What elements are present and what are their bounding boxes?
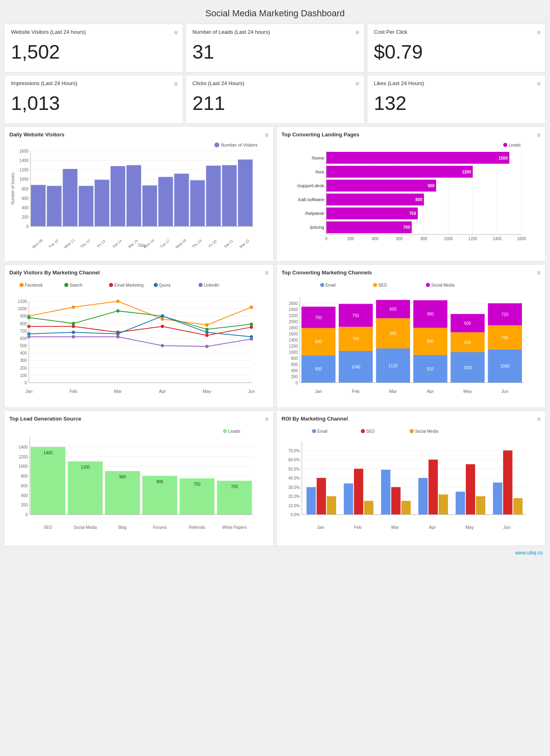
svg-text:500: 500 — [20, 344, 27, 348]
svg-text:Tue 10: Tue 10 — [48, 239, 59, 249]
svg-point-282 — [361, 429, 365, 433]
svg-text:1800: 1800 — [289, 326, 298, 330]
svg-rect-35 — [142, 185, 157, 226]
svg-text:Email: Email — [325, 283, 336, 287]
svg-text:600: 600 — [20, 336, 27, 341]
svg-rect-78 — [326, 180, 436, 191]
svg-point-148 — [205, 334, 209, 337]
menu-icon-ls[interactable]: ≡ — [265, 416, 268, 423]
svg-text:Thu 12: Thu 12 — [80, 239, 91, 249]
svg-text:1000: 1000 — [289, 350, 298, 355]
kpi-value-5: 132 — [374, 88, 539, 118]
menu-icon-4[interactable]: ≡ — [356, 80, 359, 88]
svg-rect-314 — [418, 478, 428, 515]
svg-text:May: May — [203, 389, 211, 394]
menu-icon-1[interactable]: ≡ — [356, 29, 359, 36]
svg-text:/tour: /tour — [315, 169, 324, 174]
svg-text:790: 790 — [352, 337, 359, 341]
menu-icon-0[interactable]: ≡ — [174, 29, 178, 36]
kpi-card-4: ≡ Clicks (Last 24 Hours) 211 — [186, 75, 364, 124]
svg-text:Social Media: Social Media — [415, 429, 439, 434]
svg-point-152 — [116, 332, 120, 335]
svg-text:890: 890 — [315, 340, 322, 344]
svg-text:800: 800 — [291, 356, 298, 361]
svg-text:1200: 1200 — [468, 237, 478, 241]
svg-text:Jun: Jun — [501, 389, 509, 394]
svg-point-160 — [205, 345, 209, 348]
svg-rect-304 — [327, 496, 336, 515]
svg-text:1400: 1400 — [289, 338, 298, 342]
svg-text:Leads: Leads — [228, 429, 240, 434]
svg-text:Email Marketing: Email Marketing — [114, 283, 144, 287]
kpi-value-4: 211 — [192, 88, 358, 118]
menu-icon-2[interactable]: ≡ — [537, 29, 541, 36]
menu-icon-dv[interactable]: ≡ — [265, 131, 268, 139]
svg-point-92 — [20, 283, 24, 287]
svg-rect-47 — [238, 160, 253, 226]
menu-icon-mc[interactable]: ≡ — [537, 270, 541, 277]
svg-rect-315 — [428, 460, 438, 515]
svg-text:1090: 1090 — [500, 364, 510, 368]
svg-text:20.0%: 20.0% — [288, 494, 300, 499]
menu-icon-3[interactable]: ≡ — [174, 80, 178, 88]
svg-text:Apr: Apr — [159, 389, 166, 394]
marketing-channels-chart: ≡ Top Converting Marketing Channels Emai… — [276, 264, 546, 408]
svg-rect-37 — [158, 177, 173, 226]
svg-rect-31 — [111, 166, 125, 226]
svg-text:Number of Visitors: Number of Visitors — [221, 142, 258, 147]
svg-text:Wed 11: Wed 11 — [63, 238, 75, 249]
svg-text:Apr: Apr — [429, 525, 436, 530]
footer: www.ubiq.co — [4, 548, 546, 557]
svg-text:1040: 1040 — [351, 365, 360, 369]
svg-text:400: 400 — [372, 237, 379, 241]
svg-text:600: 600 — [22, 196, 28, 201]
svg-text:Feb: Feb — [352, 389, 360, 394]
svg-text:400: 400 — [20, 351, 27, 355]
svg-text:600: 600 — [21, 484, 28, 488]
kpi-card-1: ≡ Number of Leads (Last 24 hours) 31 — [186, 24, 364, 72]
svg-text:1000: 1000 — [463, 366, 472, 370]
menu-icon-lp[interactable]: ≡ — [537, 131, 541, 139]
svg-text:50.0%: 50.0% — [288, 467, 300, 471]
menu-icon-cv[interactable]: ≡ — [265, 270, 268, 277]
svg-rect-307 — [354, 469, 363, 515]
svg-text:0: 0 — [295, 381, 298, 385]
svg-text:1400: 1400 — [44, 451, 53, 455]
kpi-value-2: $0.79 — [374, 37, 539, 67]
svg-text:Quora: Quora — [159, 283, 170, 287]
svg-text:2000: 2000 — [289, 320, 298, 324]
svg-text:May: May — [465, 525, 474, 530]
mc-title: Top Converting Marketing Channels — [282, 270, 541, 276]
svg-text:1600: 1600 — [517, 237, 526, 241]
kpi-row-1: ≡ Website Visitors (Last 24 hours) 1,502… — [4, 24, 546, 72]
svg-point-137 — [250, 306, 253, 309]
svg-text:May: May — [463, 389, 472, 394]
svg-point-143 — [250, 322, 253, 326]
svg-text:/home: /home — [312, 156, 324, 160]
svg-point-149 — [250, 326, 253, 329]
svg-point-153 — [161, 314, 164, 318]
svg-text:Feb: Feb — [354, 525, 362, 530]
menu-icon-roi[interactable]: ≡ — [537, 416, 541, 423]
svg-rect-41 — [190, 180, 205, 226]
svg-text:790: 790 — [502, 335, 509, 340]
svg-text:Search: Search — [70, 283, 83, 287]
svg-point-168 — [426, 283, 430, 287]
svg-text:Mar 22: Mar 22 — [239, 239, 250, 249]
svg-point-98 — [154, 283, 158, 287]
svg-point-134 — [116, 300, 120, 303]
svg-text:1600: 1600 — [20, 149, 29, 153]
kpi-label-5: Likes (Last 24 Hours) — [374, 80, 539, 86]
svg-text:Jan: Jan — [25, 389, 33, 394]
svg-rect-75 — [326, 166, 473, 177]
svg-point-284 — [410, 429, 414, 433]
svg-rect-311 — [391, 487, 401, 515]
cv-title: Daily Visitors By Marketing Channel — [9, 270, 268, 276]
svg-rect-21 — [31, 185, 46, 226]
svg-rect-45 — [222, 165, 237, 226]
svg-text:/pricing: /pricing — [310, 225, 324, 230]
svg-point-52 — [503, 143, 507, 147]
svg-text:Sat 21: Sat 21 — [223, 239, 234, 249]
svg-rect-302 — [306, 487, 316, 515]
menu-icon-5[interactable]: ≡ — [537, 80, 541, 88]
